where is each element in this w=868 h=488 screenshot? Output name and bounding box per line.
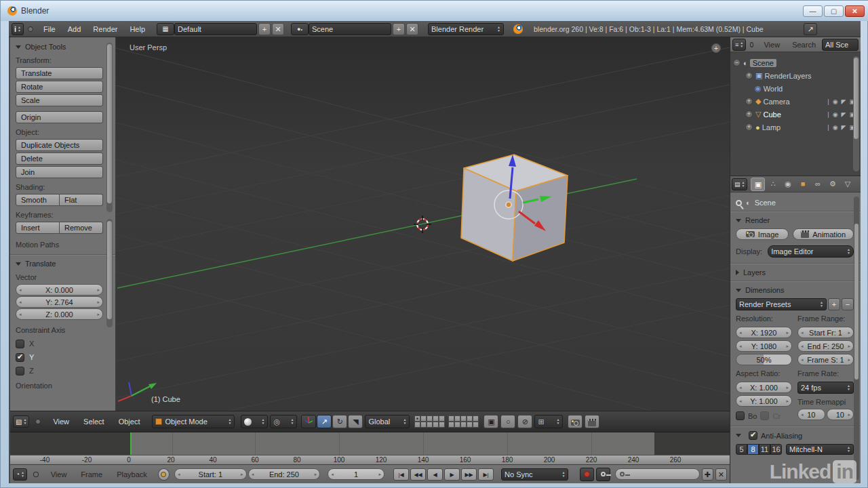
- render-engine-selector[interactable]: Blender Render: [428, 23, 504, 35]
- opengl-render-still-button[interactable]: [568, 415, 583, 428]
- viewport-shading-selector[interactable]: [241, 415, 268, 428]
- border-checkbox[interactable]: [736, 411, 745, 420]
- increment-arrow-icon[interactable]: ▸: [786, 344, 789, 349]
- layer-grid-right[interactable]: [448, 415, 479, 428]
- vector-y-field[interactable]: ◂Y: 2.764▸: [16, 296, 103, 308]
- decrement-arrow-icon[interactable]: ◂: [252, 472, 254, 477]
- join-button[interactable]: Join: [16, 166, 103, 178]
- outliner-menu-search[interactable]: Search: [786, 41, 822, 49]
- region-expand-icon[interactable]: +: [711, 43, 721, 53]
- selectability-pointer-icon[interactable]: ◤: [842, 98, 846, 105]
- dimensions-panel-header[interactable]: Dimensions: [736, 286, 854, 294]
- view3d-menu-object[interactable]: Object: [113, 418, 146, 426]
- snap-toggle-button[interactable]: ⊘: [517, 415, 532, 428]
- menu-file[interactable]: File: [37, 25, 62, 33]
- layer-cell[interactable]: [454, 422, 460, 428]
- flat-button[interactable]: Flat: [60, 194, 103, 206]
- end-frame-field[interactable]: ◂End F: 250▸: [797, 340, 854, 352]
- resolution-y-field[interactable]: ◂Y: 1080▸: [736, 340, 792, 352]
- lock-to-scene-button[interactable]: ▣: [484, 415, 498, 428]
- window-fullscreen-icon[interactable]: ↗: [804, 23, 817, 35]
- frame-step-field[interactable]: ◂Frame S: 1▸: [797, 354, 854, 365]
- vector-z-field[interactable]: ◂Z: 0.000▸: [16, 308, 103, 320]
- remap-new-field[interactable]: 10▸: [827, 409, 854, 420]
- layer-cell[interactable]: [454, 415, 460, 422]
- layer-cell[interactable]: [439, 415, 445, 422]
- layer-cell[interactable]: [433, 415, 439, 422]
- timeline-menu-frame[interactable]: Frame: [75, 470, 108, 479]
- layer-cell[interactable]: [427, 422, 433, 428]
- increment-arrow-icon[interactable]: ▸: [848, 330, 850, 336]
- aa-samples-8-button[interactable]: 8: [747, 444, 759, 455]
- aa-samples-16-button[interactable]: 16: [770, 444, 782, 455]
- increment-arrow-icon[interactable]: ▸: [786, 399, 789, 404]
- timeline-ruler[interactable]: -40 -20 0 20 40 60 80 100 120 140 160 18…: [10, 455, 730, 465]
- layer-cell[interactable]: [473, 415, 479, 422]
- outliner-row-cube[interactable]: + ▽ Cube | ◉ ◤ ▣: [733, 108, 859, 121]
- tab-object-data[interactable]: ▽: [840, 178, 854, 191]
- layer-cell[interactable]: [467, 415, 473, 422]
- scrollbar-thumb[interactable]: [854, 224, 859, 380]
- toolshelf-scrollbar[interactable]: [106, 43, 113, 212]
- anti-aliasing-checkbox[interactable]: [749, 431, 757, 440]
- tab-object[interactable]: ■: [795, 178, 810, 191]
- minimize-button[interactable]: —: [803, 5, 823, 17]
- tab-world[interactable]: ◉: [781, 178, 795, 191]
- translate-manipulator-button[interactable]: ↗: [317, 415, 332, 428]
- decrement-arrow-icon[interactable]: ◂: [739, 330, 742, 336]
- fps-selector[interactable]: 24 fps: [797, 382, 854, 394]
- layer-cell[interactable]: [427, 415, 433, 422]
- constraint-x-checkbox[interactable]: [16, 340, 24, 348]
- render-image-button[interactable]: Image: [736, 228, 789, 240]
- sync-mode-selector[interactable]: No Sync: [501, 468, 568, 481]
- increment-arrow-icon[interactable]: ▸: [97, 287, 100, 293]
- scene-add-button[interactable]: +: [393, 23, 405, 35]
- tab-render[interactable]: ▣: [751, 178, 765, 191]
- keying-set-field[interactable]: [615, 468, 699, 480]
- remove-keyframe-button[interactable]: Remove: [60, 222, 103, 234]
- decrement-arrow-icon[interactable]: ◂: [801, 357, 804, 363]
- start-frame-field[interactable]: ◂Start Fr: 1▸: [797, 327, 854, 338]
- timeline-end-field[interactable]: ◂End: 250▸: [248, 468, 321, 480]
- constraint-z-checkbox[interactable]: [16, 367, 24, 375]
- layers-panel-header[interactable]: Layers: [736, 268, 854, 277]
- rotate-manipulator-button[interactable]: ↻: [332, 415, 347, 428]
- timeline-menu-view[interactable]: View: [45, 470, 73, 479]
- view3d-menu-view[interactable]: View: [47, 418, 75, 426]
- menu-add[interactable]: Add: [62, 25, 87, 33]
- decrement-arrow-icon[interactable]: ◂: [739, 385, 742, 390]
- outliner-menu-view[interactable]: View: [757, 41, 786, 49]
- preset-add-button[interactable]: +: [828, 298, 840, 310]
- timeline-track[interactable]: [10, 432, 730, 455]
- layer-cell[interactable]: [439, 422, 445, 428]
- decrement-arrow-icon[interactable]: ◂: [739, 399, 742, 404]
- decrement-arrow-icon[interactable]: ◂: [801, 344, 804, 349]
- jump-to-end-button[interactable]: ▶|: [478, 468, 494, 481]
- duplicate-objects-button[interactable]: Duplicate Objects: [16, 139, 103, 151]
- increment-arrow-icon[interactable]: ▸: [786, 330, 789, 336]
- insert-keyframes-button[interactable]: ✚: [702, 468, 713, 481]
- transform-orientation-selector[interactable]: Global: [365, 415, 410, 428]
- properties-scrollbar[interactable]: [854, 197, 859, 480]
- editor-type-button-3dview[interactable]: ▧: [13, 415, 29, 428]
- vector-x-field[interactable]: ◂X: 0.000▸: [16, 284, 103, 296]
- layer-cell[interactable]: [448, 422, 454, 428]
- render-animation-button[interactable]: Animation: [793, 228, 854, 240]
- pin-icon[interactable]: [736, 200, 742, 206]
- outliner-row-camera[interactable]: + ◆ Camera | ◉ ◤ ▣: [733, 95, 859, 108]
- mode-selector[interactable]: Object Mode: [152, 415, 235, 428]
- anti-aliasing-panel-header[interactable]: Anti-Aliasing: [736, 431, 854, 440]
- header-collapse-toggle[interactable]: [33, 472, 39, 477]
- outliner-row-scene[interactable]: − ◐ Scene: [733, 56, 859, 69]
- resolution-x-field[interactable]: ◂X: 1920▸: [736, 327, 792, 338]
- decrement-arrow-icon[interactable]: ◂: [19, 312, 22, 317]
- scrollbar-thumb[interactable]: [107, 44, 112, 203]
- view3d-menu-select[interactable]: Select: [77, 418, 111, 426]
- layer-grid-left[interactable]: [414, 415, 445, 428]
- layer-cell[interactable]: [433, 422, 439, 428]
- expand-icon[interactable]: +: [745, 72, 753, 79]
- outliner-row-world[interactable]: ◉ World: [733, 82, 859, 95]
- decrement-arrow-icon[interactable]: ◂: [19, 300, 22, 305]
- screen-layout-selector[interactable]: Default: [174, 23, 257, 35]
- display-selector[interactable]: Image Editor: [768, 245, 854, 258]
